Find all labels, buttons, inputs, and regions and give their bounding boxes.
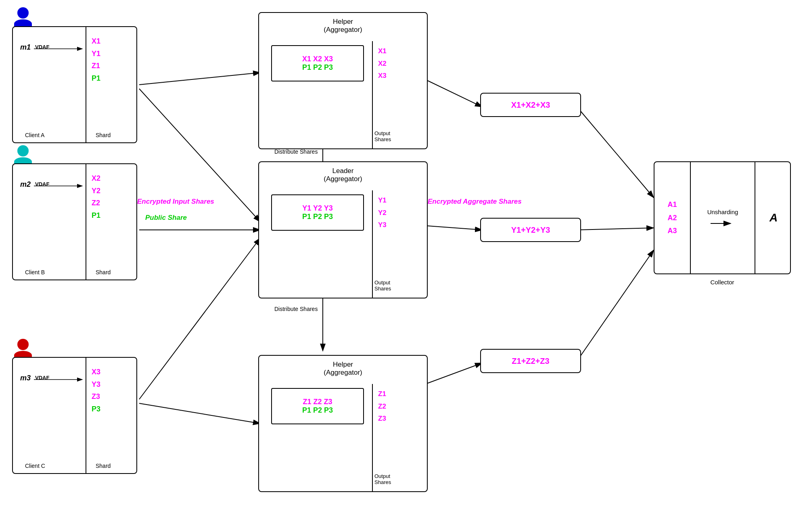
collector-label: Collector (710, 279, 734, 286)
svg-line-9 (428, 81, 482, 107)
helper-bottom-output-shares: Z1 Z2 Z3 (378, 388, 386, 425)
svg-line-11 (428, 363, 482, 383)
helper-bottom-box: Helper (Aggregator) Z1 Z2 Z3 P1 P2 P3 Z1… (258, 355, 428, 492)
client-c-box: m3 VDAF X3 Y3 Z3 P3 Client C Shard (12, 357, 137, 474)
helper-bottom-title: Helper (259, 361, 427, 369)
leader-subtitle: (Aggregator) (259, 175, 427, 183)
svg-line-5 (139, 403, 260, 424)
helper-top-subtitle: (Aggregator) (259, 26, 427, 34)
client-c-message: m3 (20, 374, 31, 382)
svg-line-6 (139, 238, 260, 399)
client-c-shares: X3 Y3 Z3 P3 (92, 366, 100, 415)
distribute-shares-top: Distribute Shares (274, 148, 318, 155)
client-c-shard-label: Shard (96, 463, 111, 469)
collector-box: A1 A2 A3 Unsharding A Collector (654, 161, 791, 274)
distribute-shares-bottom: Distribute Shares (274, 306, 318, 312)
avatar-client-a (14, 7, 32, 28)
svg-line-2 (139, 73, 260, 85)
client-c-label: Client C (25, 463, 45, 469)
aggregate-z-box: Z1+Z2+Z3 (480, 349, 581, 373)
result-a: A (769, 211, 778, 224)
helper-bottom-subtitle: (Aggregator) (259, 369, 427, 377)
client-b-box: m2 VDAF X2 Y2 Z2 P1 Client B Shard (12, 163, 137, 280)
helper-bottom-output-label: OutputShares (374, 473, 391, 486)
encrypted-input-shares-label: Encrypted Input Shares (137, 198, 214, 206)
aggregate-x-box: X1+X2+X3 (480, 93, 581, 117)
client-a-shard-label: Shard (96, 132, 111, 138)
helper-bottom-inner: Z1 Z2 Z3 P1 P2 P3 (271, 388, 364, 424)
leader-output-label: OutputShares (374, 280, 391, 292)
svg-line-12 (577, 107, 654, 198)
client-b-shares: X2 Y2 Z2 P1 (92, 172, 100, 221)
client-a-shares: X1 Y1 Z1 P1 (92, 35, 100, 84)
leader-title: Leader (259, 167, 427, 175)
helper-top-output-shares: X1 X2 X3 (378, 45, 387, 82)
unsharding-label: Unsharding (707, 209, 738, 215)
helper-top-inner: X1 X2 X3 P1 P2 P3 (271, 45, 364, 81)
leader-output-shares: Y1 Y2 Y3 (378, 194, 387, 232)
leader-inner: Y1 Y2 Y3 P1 P2 P3 (271, 194, 364, 231)
public-share-label: Public Share (145, 214, 187, 222)
client-b-message: m2 (20, 180, 31, 189)
client-b-label: Client B (25, 269, 45, 275)
encrypted-aggregate-shares-label: Encrypted Aggregate Shares (428, 198, 522, 206)
helper-top-title: Helper (259, 18, 427, 26)
client-a-label: Client A (25, 132, 44, 138)
helper-top-output-label: OutputShares (374, 130, 391, 143)
svg-line-13 (577, 228, 654, 230)
client-a-message: m1 (20, 43, 31, 52)
leader-box: Leader (Aggregator) Y1 Y2 Y3 P1 P2 P3 Y1… (258, 161, 428, 298)
svg-line-14 (577, 250, 654, 361)
aggregate-y-box: Y1+Y2+Y3 (480, 218, 581, 242)
helper-top-box: Helper (Aggregator) X1 X2 X3 P1 P2 P3 X1… (258, 12, 428, 149)
svg-line-10 (428, 226, 482, 230)
client-a-box: m1 VDAF X1 Y1 Z1 P1 Client A Shard (12, 26, 137, 143)
client-b-shard-label: Shard (96, 269, 111, 275)
